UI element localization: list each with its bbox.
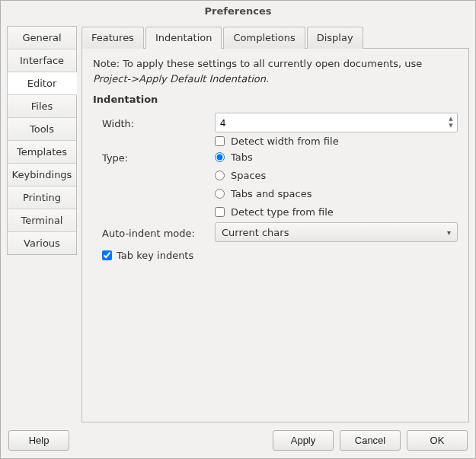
- content-area: General Interface Editor Files Tools Tem…: [1, 23, 475, 422]
- width-row: Width: ▲ ▼: [93, 113, 458, 132]
- detect-type-label: Detect type from file: [231, 206, 334, 218]
- detect-type-option[interactable]: Detect type from file: [215, 206, 458, 218]
- auto-indent-value: Current chars: [222, 227, 289, 238]
- tab-key-indents-option[interactable]: Tab key indents: [93, 250, 458, 261]
- tab-indentation[interactable]: Indentation: [145, 27, 222, 49]
- type-row: Type: Tabs Spaces Tabs and spaces: [93, 150, 458, 218]
- type-spaces-label: Spaces: [231, 170, 266, 181]
- help-button[interactable]: Help: [8, 430, 69, 451]
- editor-subtabs: Features Indentation Completions Display: [77, 26, 469, 48]
- detect-width-label: Detect width from file: [231, 135, 339, 147]
- auto-indent-row: Auto-indent mode: Current chars ▾: [93, 222, 458, 242]
- side-tab-keybindings[interactable]: Keybindings: [8, 164, 76, 186]
- type-tabs-label: Tabs: [231, 151, 253, 163]
- side-tab-terminal[interactable]: Terminal: [8, 209, 76, 232]
- category-tabs: General Interface Editor Files Tools Tem…: [7, 26, 77, 255]
- note-emphasis: Project->Apply Default Indentation: [93, 73, 266, 84]
- type-label: Type:: [102, 150, 215, 164]
- side-tab-files[interactable]: Files: [8, 95, 76, 118]
- tab-display[interactable]: Display: [307, 27, 363, 49]
- width-spinners[interactable]: ▲ ▼: [446, 116, 457, 129]
- tab-key-indents-checkbox[interactable]: [102, 250, 112, 260]
- auto-indent-label: Auto-indent mode:: [102, 225, 215, 239]
- width-input[interactable]: [216, 115, 446, 131]
- width-spin-up[interactable]: ▲: [446, 116, 455, 123]
- side-tab-templates[interactable]: Templates: [8, 141, 76, 164]
- side-tab-various[interactable]: Various: [8, 232, 76, 254]
- detect-width-row: Detect width from file: [93, 135, 458, 147]
- note-prefix: Note: To apply these settings to all cur…: [93, 58, 422, 69]
- ok-button[interactable]: OK: [407, 430, 468, 451]
- dialog-button-bar: Help Apply Cancel OK: [1, 422, 475, 458]
- type-tabs-spaces-radio[interactable]: [215, 189, 225, 199]
- side-tab-printing[interactable]: Printing: [8, 186, 76, 209]
- cancel-button[interactable]: Cancel: [340, 430, 401, 451]
- tab-completions[interactable]: Completions: [223, 27, 305, 49]
- detect-width-checkbox[interactable]: [215, 136, 225, 146]
- side-tab-editor[interactable]: Editor: [8, 72, 77, 95]
- width-spinbox[interactable]: ▲ ▼: [215, 113, 458, 132]
- apply-button[interactable]: Apply: [273, 430, 334, 451]
- side-tab-tools[interactable]: Tools: [8, 118, 76, 141]
- window-title: Preferences: [1, 1, 475, 23]
- tab-features[interactable]: Features: [81, 27, 144, 49]
- indentation-tab-content: Note: To apply these settings to all cur…: [81, 48, 469, 422]
- detect-type-checkbox[interactable]: [215, 207, 225, 217]
- note-text: Note: To apply these settings to all cur…: [93, 56, 458, 86]
- auto-indent-select[interactable]: Current chars ▾: [215, 222, 458, 242]
- preferences-window: Preferences General Interface Editor Fil…: [0, 0, 476, 459]
- editor-panel: Features Indentation Completions Display…: [77, 23, 469, 422]
- section-indentation-title: Indentation: [93, 94, 458, 105]
- note-suffix: .: [266, 73, 269, 84]
- width-spin-down[interactable]: ▼: [446, 123, 455, 129]
- detect-width-option[interactable]: Detect width from file: [215, 135, 458, 147]
- type-tabs-spaces-option[interactable]: Tabs and spaces: [215, 188, 458, 199]
- type-spaces-radio[interactable]: [215, 171, 225, 180]
- type-tabs-option[interactable]: Tabs: [215, 151, 458, 163]
- side-tab-interface[interactable]: Interface: [8, 49, 76, 72]
- tab-key-indents-label: Tab key indents: [117, 250, 193, 261]
- width-label: Width:: [102, 116, 215, 129]
- type-spaces-option[interactable]: Spaces: [215, 170, 458, 181]
- side-tab-general[interactable]: General: [8, 27, 76, 49]
- type-tabs-radio[interactable]: [215, 152, 225, 162]
- chevron-down-icon: ▾: [447, 228, 451, 237]
- type-tabs-spaces-label: Tabs and spaces: [231, 188, 311, 199]
